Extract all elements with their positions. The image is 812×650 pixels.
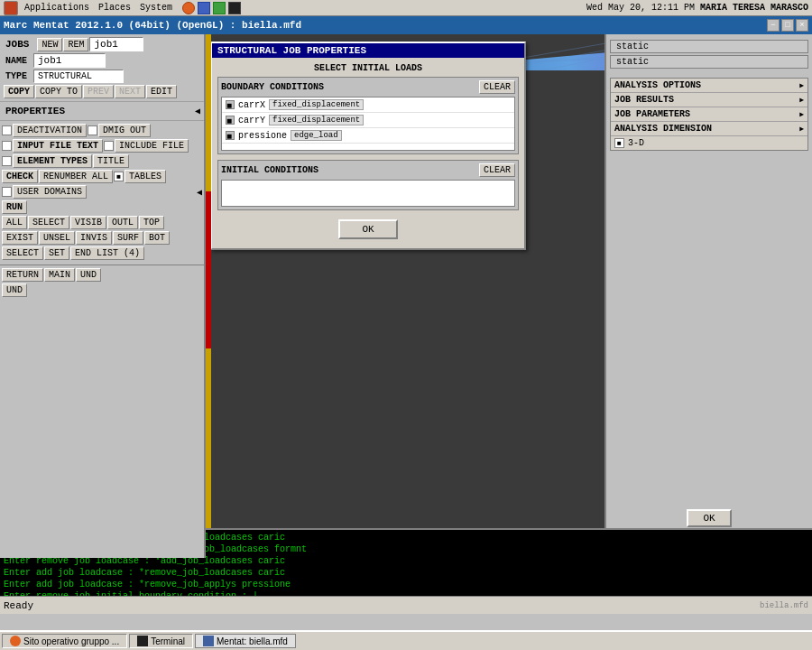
properties-expand[interactable]: ◀	[195, 106, 200, 116]
dimension-checkbox[interactable]: ■	[614, 138, 624, 148]
right-ok-button[interactable]: OK	[687, 509, 731, 527]
taskbar-firefox[interactable]: Sito operativo gruppo ...	[2, 634, 127, 648]
checkbox-tables[interactable]: ■	[114, 172, 124, 181]
item-checkbox-2[interactable]: ■	[226, 116, 235, 125]
element-types-row: ELEMENT TYPES TITLE	[0, 153, 204, 169]
run-row: RUN	[0, 200, 204, 215]
check-button[interactable]: CHECK	[2, 170, 38, 183]
ut-button[interactable]: UND	[2, 283, 27, 297]
dialog-header: SELECT INITIAL LOADS	[217, 63, 519, 73]
copy-to-button[interactable]: COPY TO	[35, 85, 82, 98]
taskbar-terminal[interactable]: Terminal	[129, 634, 193, 648]
analysis-options-arrow: ▶	[799, 81, 804, 89]
unsel-button[interactable]: UNSEL	[39, 231, 75, 245]
bot-button[interactable]: BOT	[144, 231, 170, 245]
list-item[interactable]: ■ carrY fixed_displacement	[222, 113, 514, 128]
edit-icon[interactable]	[213, 2, 226, 14]
renumber-all-button[interactable]: RENUMBER ALL	[39, 170, 113, 183]
item-type-2: fixed_displacement	[269, 115, 364, 125]
ic-clear-button[interactable]: CLEAR	[479, 163, 515, 177]
end-list-button[interactable]: END LIST (4)	[70, 246, 144, 260]
return-button[interactable]: RETURN	[2, 268, 43, 282]
list-item[interactable]: ■ pressione edge_load	[222, 128, 514, 144]
mentat-taskbar-icon	[203, 636, 214, 646]
und-button[interactable]: UND	[76, 268, 101, 282]
checkbox-user-domains[interactable]	[2, 187, 12, 197]
minimize-button[interactable]: −	[767, 19, 780, 32]
properties-label: PROPERTIES	[4, 105, 67, 117]
structural-job-dialog: STRUCTURAL JOB PROPERTIES SELECT INITIAL…	[210, 42, 526, 250]
checkbox-dmig[interactable]	[88, 125, 97, 135]
include-file-button[interactable]: INCLUDE FILE	[115, 139, 189, 153]
item-checkbox-3[interactable]: ■	[226, 131, 235, 140]
rem-button[interactable]: REM	[63, 38, 88, 51]
invis-button[interactable]: INVIS	[76, 231, 112, 245]
prev-button[interactable]: PREV	[83, 85, 114, 98]
outl-button[interactable]: OUTL	[107, 216, 138, 229]
terminal-taskbar-icon	[137, 636, 148, 646]
copy-button[interactable]: COPY	[4, 85, 34, 98]
maximize-button[interactable]: □	[781, 19, 794, 32]
checkbox-input-file[interactable]	[2, 141, 12, 151]
terminal-icon[interactable]	[228, 2, 241, 14]
user-domains-expand[interactable]: ◀	[197, 187, 202, 198]
input-file-text-button[interactable]: INPUT FILE TEXT	[13, 139, 103, 153]
applications-menu[interactable]: Applications	[22, 3, 92, 13]
job-parameters-label: JOB PARAMETERS	[614, 109, 690, 119]
new-button[interactable]: NEW	[37, 38, 62, 51]
status-right: biella.mfd	[760, 601, 808, 610]
deactivation-button[interactable]: DEACTIVATION	[13, 124, 87, 137]
checkbox-deactivation[interactable]	[2, 125, 12, 135]
analysis-options-label: ANALYSIS OPTIONS	[614, 80, 701, 90]
analysis-dimension-arrow: ▶	[799, 125, 804, 133]
edit-button[interactable]: EDIT	[146, 85, 177, 98]
visib-button[interactable]: VISIB	[70, 216, 106, 229]
checkbox-include[interactable]	[104, 141, 114, 151]
name-value-field[interactable]	[33, 53, 106, 68]
top-button[interactable]: TOP	[139, 216, 164, 229]
main-button[interactable]: MAIN	[44, 268, 75, 282]
job-results-row[interactable]: JOB RESULTS ▶	[611, 93, 807, 107]
title-button[interactable]: TITLE	[93, 154, 129, 168]
places-menu[interactable]: Places	[96, 3, 134, 13]
system-menu[interactable]: System	[137, 3, 175, 13]
dialog-ok-button[interactable]: OK	[338, 219, 397, 239]
exist-button[interactable]: EXIST	[2, 231, 38, 245]
bc-header: BOUNDARY CONDITIONS CLEAR	[221, 80, 515, 94]
run-button[interactable]: RUN	[2, 200, 27, 214]
taskbar-mentat[interactable]: Mentat: biella.mfd	[195, 634, 296, 648]
firefox-icon[interactable]	[182, 2, 195, 14]
select-button[interactable]: SELECT	[28, 216, 69, 229]
set-button[interactable]: SET	[44, 246, 69, 260]
dmig-out-button[interactable]: DMIG OUT	[98, 124, 151, 137]
item-type-3: edge_load	[291, 130, 342, 141]
selection-row1: ALL SELECT VISIB OUTL TOP	[0, 215, 204, 230]
tables-button[interactable]: TABLES	[125, 170, 166, 183]
analysis-panel: ANALYSIS OPTIONS ▶ JOB RESULTS ▶ JOB PAR…	[610, 78, 808, 151]
static-section: static static	[606, 34, 812, 74]
job-parameters-row[interactable]: JOB PARAMETERS ▶	[611, 107, 807, 122]
properties-section: PROPERTIES ◀	[0, 102, 204, 121]
element-types-button[interactable]: ELEMENT TYPES	[13, 154, 92, 168]
bottom-row: RETURN MAIN UND	[0, 265, 204, 283]
select2-button[interactable]: SELECT	[2, 246, 43, 260]
check-row: CHECK RENUMBER ALL ■ TABLES	[0, 169, 204, 184]
bc-title: BOUNDARY CONDITIONS	[221, 82, 324, 92]
analysis-dimension-row[interactable]: ANALYSIS DIMENSION ▶	[611, 122, 807, 136]
checkbox-element-types[interactable]	[2, 156, 12, 166]
surf-button[interactable]: SURF	[113, 231, 143, 245]
analysis-options-row[interactable]: ANALYSIS OPTIONS ▶	[611, 79, 807, 93]
analysis-dimension-label: ANALYSIS DIMENSION	[614, 124, 712, 134]
item-name-1: carrX	[238, 100, 265, 110]
bc-clear-button[interactable]: CLEAR	[479, 80, 515, 94]
user-domains-button[interactable]: USER DOMAINS	[13, 185, 87, 199]
boundary-conditions-section: BOUNDARY CONDITIONS CLEAR ■ carrX fixed_…	[217, 77, 519, 154]
next-button[interactable]: NEXT	[115, 85, 145, 98]
close-button[interactable]: ×	[796, 19, 808, 32]
item-checkbox-1[interactable]: ■	[226, 100, 235, 109]
list-item[interactable]: ■ carrX fixed_displacement	[222, 98, 514, 113]
all-button[interactable]: ALL	[2, 216, 27, 229]
email-icon[interactable]	[198, 2, 210, 14]
dialog-title-text: STRUCTURAL JOB PROPERTIES	[217, 45, 366, 56]
name-field[interactable]	[89, 37, 143, 51]
